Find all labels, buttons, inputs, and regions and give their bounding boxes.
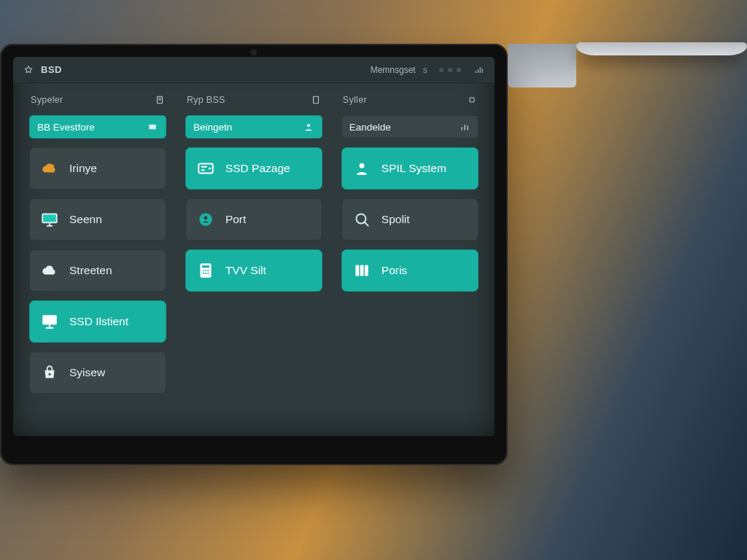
monitor-icon bbox=[40, 210, 59, 229]
svg-rect-26 bbox=[365, 265, 368, 276]
tile-poris[interactable]: Poris bbox=[341, 249, 479, 292]
cloud-white-icon bbox=[40, 261, 59, 280]
column-3-header: Syller bbox=[341, 95, 479, 106]
webcam-dot bbox=[251, 50, 257, 55]
svg-point-19 bbox=[205, 273, 206, 274]
svg-point-18 bbox=[203, 273, 204, 274]
column-3-header-pill[interactable]: Eandelde bbox=[341, 115, 479, 139]
svg-point-12 bbox=[204, 216, 208, 219]
disk-icon bbox=[147, 121, 158, 133]
person-icon bbox=[352, 159, 371, 178]
tile-irinye[interactable]: Irinye bbox=[29, 147, 166, 190]
tile-streeten[interactable]: Streeten bbox=[29, 249, 166, 292]
svg-rect-1 bbox=[149, 125, 155, 130]
tile-label: Poris bbox=[382, 264, 407, 277]
tile-label: SSD Pazage bbox=[225, 162, 290, 175]
svg-rect-7 bbox=[313, 96, 318, 103]
svg-point-2 bbox=[50, 165, 55, 170]
app-title: BSD bbox=[41, 64, 62, 75]
tile-label: Seenn bbox=[69, 213, 102, 226]
svg-point-8 bbox=[307, 124, 310, 127]
tile-label: Syisew bbox=[69, 366, 105, 379]
tile-seenn[interactable]: Seenn bbox=[29, 198, 166, 241]
column-1: Sypeler BB Evestfore Irinye bbox=[29, 95, 166, 394]
badge-icon bbox=[196, 210, 215, 229]
svg-point-6 bbox=[48, 373, 50, 376]
tile-label: SPIL System bbox=[382, 162, 446, 175]
topbar: BSD Memnsgset s bbox=[13, 57, 495, 83]
column-2-pill-label: Beingetn bbox=[193, 122, 232, 133]
user-mini-icon bbox=[303, 121, 314, 133]
doc-icon bbox=[311, 95, 321, 105]
content-grid: Sypeler BB Evestfore Irinye bbox=[13, 83, 495, 436]
column-1-pill-label: BB Evestfore bbox=[37, 122, 95, 133]
svg-rect-5 bbox=[42, 315, 57, 324]
svg-rect-24 bbox=[355, 265, 359, 276]
svg-rect-21 bbox=[470, 98, 474, 102]
monitor-stand-base bbox=[576, 42, 748, 55]
desktop-icon bbox=[40, 312, 59, 331]
tile-label: Port bbox=[225, 213, 246, 226]
svg-rect-3 bbox=[42, 214, 57, 222]
column-3-header-label: Syller bbox=[343, 95, 367, 105]
tile-syisew[interactable]: Syisew bbox=[29, 351, 166, 394]
column-2-header: Ryp BSS bbox=[185, 95, 322, 106]
signal-icon bbox=[474, 65, 484, 75]
tile-ssd-ilstient[interactable]: SSD Ilstient bbox=[29, 300, 166, 343]
svg-point-16 bbox=[205, 270, 206, 271]
monitor-stand-neck bbox=[508, 44, 576, 88]
topbar-right-value: s bbox=[423, 65, 427, 75]
columns-icon bbox=[352, 261, 371, 280]
tile-label: TVV Silt bbox=[225, 264, 266, 277]
tile-ssd-pazage[interactable]: SSD Pazage bbox=[185, 147, 322, 190]
tile-port[interactable]: Port bbox=[185, 198, 322, 241]
tile-label: SSD Ilstient bbox=[69, 315, 128, 328]
screen: BSD Memnsgset s Sypeler BB Evestfore bbox=[13, 57, 495, 436]
topbar-right-label: Memnsgset bbox=[371, 65, 416, 75]
doc-icon bbox=[155, 95, 165, 105]
search-icon bbox=[352, 210, 371, 229]
column-3-pill-label: Eandelde bbox=[349, 122, 391, 133]
tile-label: Spolit bbox=[382, 213, 410, 226]
svg-point-17 bbox=[207, 270, 209, 271]
column-1-header-label: Sypeler bbox=[31, 95, 63, 105]
svg-rect-14 bbox=[202, 265, 209, 268]
tile-label: Streeten bbox=[69, 264, 112, 277]
tile-spolit[interactable]: Spolit bbox=[341, 198, 479, 241]
column-3: Syller Eandelde SPIL System bbox=[341, 95, 479, 394]
svg-point-15 bbox=[203, 270, 204, 271]
window-dots bbox=[439, 68, 461, 72]
column-1-header: Sypeler bbox=[29, 95, 166, 106]
card-icon bbox=[196, 159, 215, 178]
calc-icon bbox=[196, 261, 215, 280]
svg-point-20 bbox=[207, 273, 209, 274]
star-icon bbox=[23, 65, 34, 75]
column-2-header-label: Ryp BSS bbox=[187, 95, 225, 105]
svg-point-10 bbox=[209, 167, 211, 169]
svg-rect-25 bbox=[360, 265, 363, 276]
tile-tvv-silt[interactable]: TVV Silt bbox=[185, 249, 322, 292]
column-1-header-pill[interactable]: BB Evestfore bbox=[29, 115, 166, 139]
svg-point-22 bbox=[359, 163, 364, 168]
monitor-frame: BSD Memnsgset s Sypeler BB Evestfore bbox=[0, 44, 508, 465]
column-2: Ryp BSS Beingetn SSD Pazage bbox=[185, 95, 322, 394]
chip-icon bbox=[467, 95, 477, 105]
bag-lock-icon bbox=[40, 363, 59, 382]
bar-mini-icon bbox=[459, 121, 471, 133]
cloud-orange-icon bbox=[40, 159, 59, 178]
column-2-header-pill[interactable]: Beingetn bbox=[185, 115, 322, 139]
tile-spil-system[interactable]: SPIL System bbox=[341, 147, 479, 190]
tile-label: Irinye bbox=[69, 162, 97, 175]
